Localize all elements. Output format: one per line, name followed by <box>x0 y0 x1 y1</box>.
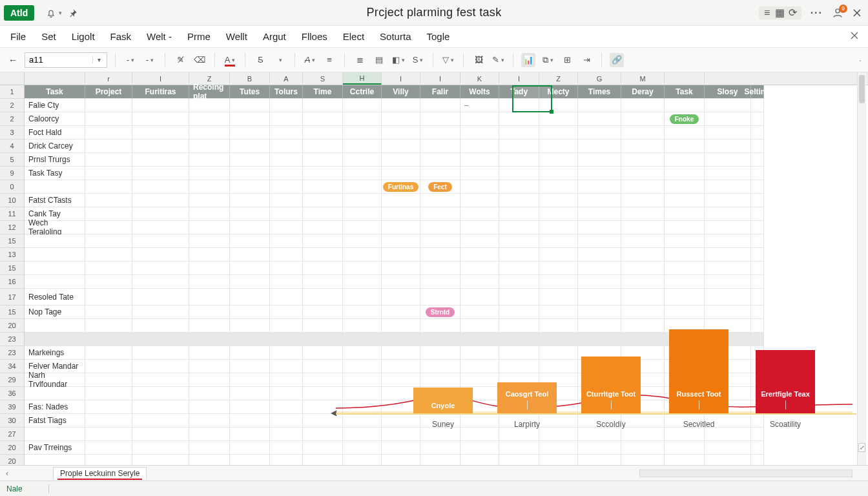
cell[interactable] <box>420 262 460 275</box>
cell[interactable] <box>499 275 539 289</box>
cell[interactable] <box>578 275 621 289</box>
cell[interactable] <box>270 275 303 289</box>
column-header[interactable]: H <box>343 72 382 85</box>
cell[interactable] <box>230 319 270 333</box>
cell[interactable] <box>578 221 621 234</box>
cell[interactable] <box>578 194 621 207</box>
cell[interactable] <box>665 221 705 234</box>
cell[interactable] <box>189 126 230 140</box>
cell[interactable] <box>621 153 665 167</box>
cell[interactable] <box>85 234 132 248</box>
cell[interactable]: Fatst Tiags <box>25 414 85 428</box>
cell[interactable] <box>578 455 621 465</box>
cell[interactable] <box>189 112 230 126</box>
cell[interactable] <box>230 180 270 194</box>
back-button[interactable]: ← <box>6 54 19 65</box>
cell[interactable] <box>539 289 578 305</box>
header-cell[interactable]: Tady <box>499 85 539 99</box>
row-header[interactable]: 0 <box>0 180 25 194</box>
cell[interactable] <box>539 167 578 180</box>
column-header[interactable]: B <box>230 72 270 85</box>
cell[interactable] <box>420 167 460 180</box>
cell[interactable] <box>578 99 621 112</box>
row-header[interactable]: 36 <box>0 387 25 400</box>
pin-button[interactable] <box>68 8 78 17</box>
menu-welt[interactable]: Welt - <box>147 31 172 42</box>
cell[interactable] <box>420 234 460 248</box>
cell[interactable] <box>85 99 132 112</box>
cell[interactable]: Drick Carcey <box>25 140 85 153</box>
cell[interactable] <box>189 153 230 167</box>
cell[interactable] <box>270 400 303 414</box>
cell[interactable] <box>189 333 230 346</box>
cell[interactable] <box>751 112 764 126</box>
cell[interactable] <box>665 289 705 305</box>
cell[interactable] <box>343 289 382 305</box>
format-painter-button[interactable]: ✎̸ <box>173 53 187 67</box>
cell[interactable] <box>751 305 764 319</box>
cell[interactable] <box>230 167 270 180</box>
cell[interactable] <box>85 414 132 428</box>
cell[interactable] <box>539 275 578 289</box>
cell[interactable] <box>270 441 303 455</box>
cell[interactable] <box>303 126 343 140</box>
cell[interactable] <box>578 289 621 305</box>
row-header[interactable]: 15 <box>0 262 25 275</box>
cell[interactable] <box>499 112 539 126</box>
cell[interactable] <box>270 289 303 305</box>
cell[interactable] <box>85 221 132 234</box>
cell[interactable] <box>303 99 343 112</box>
cell[interactable] <box>270 262 303 275</box>
tab-nav-prev[interactable]: ‹ <box>0 469 14 478</box>
cell[interactable] <box>85 153 132 167</box>
cell[interactable] <box>343 221 382 234</box>
cell[interactable] <box>132 289 189 305</box>
cell[interactable] <box>85 248 132 262</box>
cell[interactable] <box>230 262 270 275</box>
cell[interactable] <box>25 180 85 194</box>
row-header[interactable]: 27 <box>0 428 25 441</box>
header-cell[interactable]: Furitiras <box>132 85 189 99</box>
cell[interactable] <box>343 153 382 167</box>
cell[interactable] <box>270 153 303 167</box>
header-cell[interactable]: Deray <box>621 85 665 99</box>
insert-link-button[interactable]: ✎ <box>491 53 505 67</box>
cell[interactable] <box>751 207 764 221</box>
cell[interactable] <box>25 333 85 346</box>
cell[interactable] <box>85 346 132 360</box>
cell[interactable] <box>539 126 578 140</box>
row-header[interactable]: 12 <box>0 221 25 234</box>
cell[interactable] <box>85 262 132 275</box>
row-header[interactable]: 15 <box>0 305 25 319</box>
menu-prme[interactable]: Prme <box>187 31 211 42</box>
cell[interactable] <box>132 319 189 333</box>
cell[interactable] <box>382 207 420 221</box>
cell[interactable] <box>132 387 189 400</box>
row-header[interactable]: 39 <box>0 400 25 414</box>
cell[interactable] <box>25 455 85 465</box>
header-cell[interactable]: Tolurs <box>270 85 303 99</box>
cell[interactable] <box>189 234 230 248</box>
cell[interactable] <box>621 126 665 140</box>
cell[interactable] <box>539 262 578 275</box>
row-header[interactable]: 2 <box>0 112 25 126</box>
cell[interactable] <box>705 455 751 465</box>
row-header[interactable]: 9 <box>0 167 25 180</box>
cell[interactable] <box>460 248 499 262</box>
cell[interactable] <box>85 441 132 455</box>
cell[interactable] <box>270 140 303 153</box>
cell[interactable] <box>189 99 230 112</box>
link-button[interactable]: 🔗 <box>610 53 624 67</box>
cell[interactable]: Falie Cty <box>25 99 85 112</box>
filter-button[interactable]: ▽ <box>441 53 455 67</box>
row-header[interactable]: 30 <box>0 414 25 428</box>
cell[interactable] <box>85 373 132 387</box>
cell[interactable] <box>539 248 578 262</box>
cell[interactable] <box>382 262 420 275</box>
row-header[interactable]: 20 <box>0 441 25 455</box>
cell[interactable] <box>751 126 764 140</box>
cell[interactable] <box>230 346 270 360</box>
cell[interactable] <box>303 153 343 167</box>
cell[interactable] <box>705 140 751 153</box>
name-box-dropdown[interactable]: ▾ <box>92 56 105 63</box>
